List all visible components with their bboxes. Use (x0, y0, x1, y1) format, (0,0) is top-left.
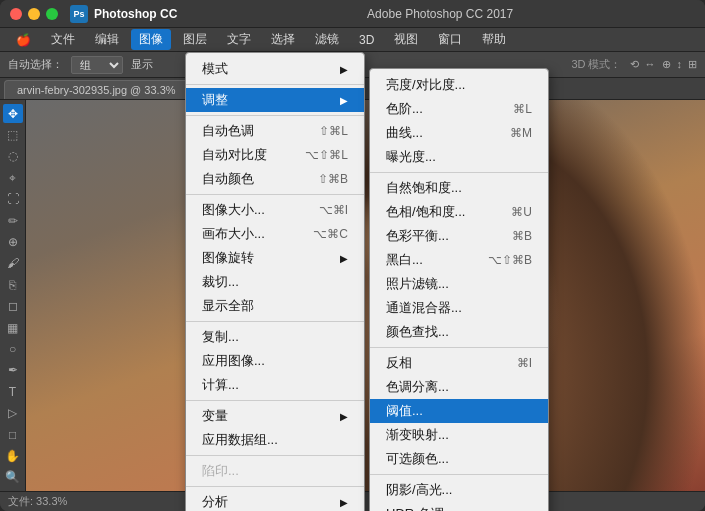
menu-analysis[interactable]: 分析 ▶ (186, 490, 364, 491)
document-canvas (26, 100, 705, 491)
adjust-hue-saturation[interactable]: 色相/饱和度... ⌘U (370, 200, 548, 224)
submenu-arrow-icon: ▶ (340, 411, 348, 422)
menu-select[interactable]: 选择 (263, 29, 303, 50)
status-text: 文件: 33.3% (8, 494, 67, 509)
menu-duplicate[interactable]: 复制... (186, 325, 364, 349)
maximize-button[interactable] (46, 8, 58, 20)
3d-tool-2[interactable]: ↔ (645, 58, 656, 71)
adjust-bw[interactable]: 黑白... ⌥⇧⌘B (370, 248, 548, 272)
pen-tool[interactable]: ✒ (3, 361, 23, 380)
adjust-color-balance[interactable]: 色彩平衡... ⌘B (370, 224, 548, 248)
menu-calculations[interactable]: 计算... (186, 373, 364, 397)
menu-crop[interactable]: 裁切... (186, 270, 364, 294)
path-select-tool[interactable]: ▷ (3, 403, 23, 422)
menu-variables[interactable]: 变量 ▶ (186, 404, 364, 428)
crop-tool[interactable]: ⛶ (3, 190, 23, 209)
left-toolbar: ✥ ⬚ ◌ ⌖ ⛶ ✏ ⊕ 🖌 ⎘ ◻ ▦ ○ ✒ T ▷ □ ✋ 🔍 (0, 100, 26, 491)
divider (370, 474, 548, 475)
menu-apple[interactable]: 🍎 (8, 31, 39, 49)
minimize-button[interactable] (28, 8, 40, 20)
adjust-levels[interactable]: 色阶... ⌘L (370, 100, 548, 121)
divider (186, 455, 364, 456)
eyedropper-tool[interactable]: ✏ (3, 211, 23, 230)
submenu-arrow-icon: ▶ (340, 100, 348, 106)
clone-tool[interactable]: ⎘ (3, 275, 23, 294)
shape-tool[interactable]: □ (3, 425, 23, 444)
mode-label: 3D 模式： (571, 57, 621, 72)
close-button[interactable] (10, 8, 22, 20)
menu-3d[interactable]: 3D (351, 31, 382, 49)
menu-auto-contrast[interactable]: 自动对比度 ⌥⇧⌘L (186, 143, 364, 167)
canvas-area: 模式 ▶ 调整 ▶ 自动色调 ⇧⌘L 自动对比度 ⌥⇧⌘ (26, 100, 705, 491)
menu-image-rotation[interactable]: 图像旋转 ▶ (186, 246, 364, 270)
3d-tool-5[interactable]: ⊞ (688, 58, 697, 71)
divider (186, 115, 364, 116)
menu-filter[interactable]: 滤镜 (307, 29, 347, 50)
ps-logo-icon: Ps (70, 5, 88, 23)
adjust-vibrance[interactable]: 自然饱和度... (370, 176, 548, 200)
menu-adjustments[interactable]: 调整 ▶ (186, 100, 364, 112)
divider (370, 347, 548, 348)
menu-apply-data[interactable]: 应用数据组... (186, 428, 364, 452)
adjust-curves[interactable]: 曲线... ⌘M (370, 121, 548, 145)
gradient-tool[interactable]: ▦ (3, 318, 23, 337)
adjust-invert[interactable]: 反相 ⌘I (370, 351, 548, 375)
adjust-shadows-highlights[interactable]: 阴影/高光... (370, 478, 548, 491)
adjust-gradient-map[interactable]: 渐变映射... (370, 423, 548, 447)
menu-type[interactable]: 文字 (219, 29, 259, 50)
app-window: Ps Photoshop CC Adobe Photoshop CC 2017 … (0, 0, 705, 511)
adjust-selective-color[interactable]: 可选颜色... (370, 447, 548, 471)
divider (370, 172, 548, 173)
auto-select-label: 自动选择： (8, 57, 63, 72)
divider (186, 486, 364, 487)
document-tab[interactable]: arvin-febry-302935.jpg @ 33.3% (4, 80, 189, 99)
title-bar: Ps Photoshop CC Adobe Photoshop CC 2017 (0, 0, 705, 28)
zoom-tool[interactable]: 🔍 (3, 468, 23, 487)
dodge-tool[interactable]: ○ (3, 339, 23, 358)
move-tool[interactable]: ✥ (3, 104, 23, 123)
menu-image[interactable]: 图像 (131, 29, 171, 50)
window-title: Adobe Photoshop CC 2017 (185, 7, 695, 21)
magic-wand-tool[interactable]: ⌖ (3, 168, 23, 187)
menu-edit[interactable]: 编辑 (87, 29, 127, 50)
menu-window[interactable]: 窗口 (430, 29, 470, 50)
selection-tool[interactable]: ⬚ (3, 125, 23, 144)
3d-tool-3[interactable]: ⊕ (662, 58, 671, 71)
app-name: Photoshop CC (94, 7, 177, 21)
adjust-channel-mixer[interactable]: 通道混合器... (370, 296, 548, 320)
brush-tool[interactable]: 🖌 (3, 254, 23, 273)
adjust-posterize[interactable]: 色调分离... (370, 375, 548, 399)
menu-auto-color[interactable]: 自动颜色 ⇧⌘B (186, 167, 364, 191)
menu-help[interactable]: 帮助 (474, 29, 514, 50)
menu-canvas-size[interactable]: 画布大小... ⌥⌘C (186, 222, 364, 246)
adjust-threshold[interactable]: 阈值... (370, 399, 548, 423)
menu-view[interactable]: 视图 (386, 29, 426, 50)
divider (186, 321, 364, 322)
adjust-color-lookup[interactable]: 颜色查找... (370, 320, 548, 344)
divider (186, 194, 364, 195)
eraser-tool[interactable]: ◻ (3, 297, 23, 316)
submenu-arrow-icon: ▶ (340, 253, 348, 264)
traffic-lights (10, 8, 58, 20)
menu-image-size[interactable]: 图像大小... ⌥⌘I (186, 198, 364, 222)
type-tool[interactable]: T (3, 382, 23, 401)
adjust-submenu-dropdown: 亮度/对比度... 色阶... ⌘L 曲线... ⌘M 曝光度... (369, 100, 549, 491)
hand-tool[interactable]: ✋ (3, 446, 23, 465)
divider (186, 400, 364, 401)
auto-select-dropdown[interactable]: 组 图层 (71, 56, 123, 74)
image-menu-dropdown: 模式 ▶ 调整 ▶ 自动色调 ⇧⌘L 自动对比度 ⌥⇧⌘ (185, 100, 365, 491)
menu-trap: 陷印... (186, 459, 364, 483)
healing-tool[interactable]: ⊕ (3, 232, 23, 251)
3d-tools: ⟲ ↔ ⊕ ↕ ⊞ (630, 58, 698, 71)
lasso-tool[interactable]: ◌ (3, 147, 23, 166)
3d-tool-1[interactable]: ⟲ (630, 58, 639, 71)
adjust-exposure[interactable]: 曝光度... (370, 145, 548, 169)
menu-apply-image[interactable]: 应用图像... (186, 349, 364, 373)
adjust-photo-filter[interactable]: 照片滤镜... (370, 272, 548, 296)
menu-file[interactable]: 文件 (43, 29, 83, 50)
main-area: ✥ ⬚ ◌ ⌖ ⛶ ✏ ⊕ 🖌 ⎘ ◻ ▦ ○ ✒ T ▷ □ ✋ 🔍 (0, 100, 705, 491)
menu-auto-tone[interactable]: 自动色调 ⇧⌘L (186, 119, 364, 143)
3d-tool-4[interactable]: ↕ (677, 58, 683, 71)
menu-reveal-all[interactable]: 显示全部 (186, 294, 364, 318)
menu-layer[interactable]: 图层 (175, 29, 215, 50)
